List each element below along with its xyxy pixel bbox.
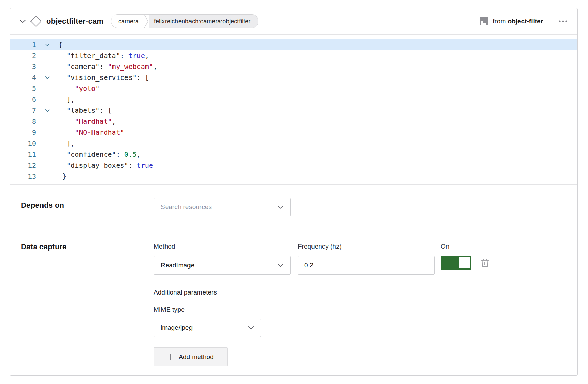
mime-type-value: image/jpeg (161, 324, 248, 332)
code-line[interactable]: 2 "filter_data": true, (10, 50, 577, 61)
fold-spacer (36, 50, 58, 61)
code-line[interactable]: 3 "camera": "my_webcam", (10, 61, 577, 72)
json-editor[interactable]: 1{2 "filter_data": true,3 "camera": "my_… (10, 35, 577, 184)
fold-chevron-icon[interactable] (36, 72, 58, 83)
fold-spacer (36, 138, 58, 149)
code-content: "yolo" (58, 83, 99, 94)
capture-on-toggle[interactable] (441, 256, 471, 270)
fold-spacer (36, 94, 58, 105)
code-line[interactable]: 1{ (10, 39, 577, 50)
line-number: 2 (10, 50, 36, 61)
fold-spacer (36, 127, 58, 138)
fold-spacer (36, 160, 58, 171)
code-line[interactable]: 11 "confidence": 0.5, (10, 149, 577, 160)
module-icon (479, 17, 489, 26)
line-number: 8 (10, 116, 36, 127)
api-badge: camera (111, 15, 144, 28)
code-content: "Hardhat", (58, 116, 116, 127)
code-line[interactable]: 7 "labels": [ (10, 105, 577, 116)
module-source-label: from object-filter (493, 17, 543, 25)
toggle-knob (459, 257, 470, 268)
data-capture-content: Method ReadImage Frequency (hz) On (154, 242, 489, 376)
code-line[interactable]: 8 "Hardhat", (10, 116, 577, 127)
code-line[interactable]: 13 } (10, 171, 577, 182)
code-content: "vision_services": [ (58, 72, 149, 83)
code-content: "labels": [ (58, 105, 112, 116)
module-name: object-filter (508, 17, 543, 25)
line-number: 3 (10, 61, 36, 72)
data-capture-section: Data capture Method ReadImage Frequency … (10, 228, 577, 376)
resource-title: objectfilter-cam (46, 17, 103, 26)
delete-method-icon[interactable] (481, 258, 489, 268)
resource-config-card: objectfilter-cam camera felixreichenbach… (10, 8, 578, 376)
additional-parameters-label: Additional parameters (154, 288, 489, 297)
code-content: "camera": "my_webcam", (58, 61, 157, 72)
line-number: 4 (10, 72, 36, 83)
line-number: 12 (10, 160, 36, 171)
code-line[interactable]: 6 ], (10, 94, 577, 105)
add-method-label: Add method (179, 353, 213, 361)
badge-separator-icon (144, 15, 149, 28)
depends-on-search-select[interactable]: Search resources (154, 198, 291, 216)
fold-spacer (36, 61, 58, 72)
mime-type-select[interactable]: image/jpeg (154, 319, 261, 337)
fold-spacer (36, 83, 58, 94)
plus-icon (167, 353, 174, 360)
line-number: 13 (10, 171, 36, 182)
add-method-button[interactable]: Add method (154, 347, 228, 366)
collapse-chevron-icon[interactable] (19, 17, 26, 25)
method-select[interactable]: ReadImage (154, 256, 291, 275)
method-value: ReadImage (161, 262, 278, 269)
chevron-down-icon (278, 205, 283, 209)
component-diamond-icon (30, 15, 42, 27)
line-number: 5 (10, 83, 36, 94)
on-label: On (441, 242, 471, 251)
line-number: 9 (10, 127, 36, 138)
fold-chevron-icon[interactable] (36, 105, 58, 116)
fold-spacer (36, 149, 58, 160)
code-content: "display_boxes": true (58, 160, 153, 171)
resource-type-badge: camera felixreichenbach:camera:objectfil… (111, 14, 258, 28)
line-number: 1 (10, 39, 36, 50)
frequency-label: Frequency (hz) (298, 242, 435, 251)
depends-on-section: Depends on Search resources (10, 184, 577, 228)
mime-type-label: MIME type (154, 305, 489, 314)
code-line[interactable]: 12 "display_boxes": true (10, 160, 577, 171)
chevron-down-icon (278, 264, 283, 267)
data-capture-title: Data capture (21, 242, 154, 376)
line-number: 10 (10, 138, 36, 149)
code-content: { (58, 39, 62, 50)
line-number: 6 (10, 94, 36, 105)
resource-header: objectfilter-cam camera felixreichenbach… (10, 8, 577, 35)
model-badge: felixreichenbach:camera:objectfilter (149, 15, 258, 28)
line-number: 7 (10, 105, 36, 116)
code-content: "confidence": 0.5, (58, 149, 141, 160)
more-options-icon[interactable] (558, 18, 568, 25)
line-number: 11 (10, 149, 36, 160)
chevron-down-icon (248, 326, 254, 329)
code-content: ], (58, 94, 75, 105)
fold-spacer (36, 171, 58, 182)
code-content: "filter_data": true, (58, 50, 149, 61)
search-resources-placeholder: Search resources (161, 203, 278, 211)
fold-spacer (36, 116, 58, 127)
header-right: from object-filter (479, 17, 568, 26)
frequency-input[interactable] (298, 256, 435, 275)
depends-on-title: Depends on (21, 198, 154, 228)
code-line[interactable]: 10 ], (10, 138, 577, 149)
fold-chevron-icon[interactable] (36, 39, 58, 50)
code-line[interactable]: 4 "vision_services": [ (10, 72, 577, 83)
code-content: "NO-Hardhat" (58, 127, 124, 138)
code-content: ], (58, 138, 75, 149)
code-line[interactable]: 5 "yolo" (10, 83, 577, 94)
code-line[interactable]: 9 "NO-Hardhat" (10, 127, 577, 138)
code-content: } (58, 171, 66, 182)
method-label: Method (154, 242, 291, 251)
